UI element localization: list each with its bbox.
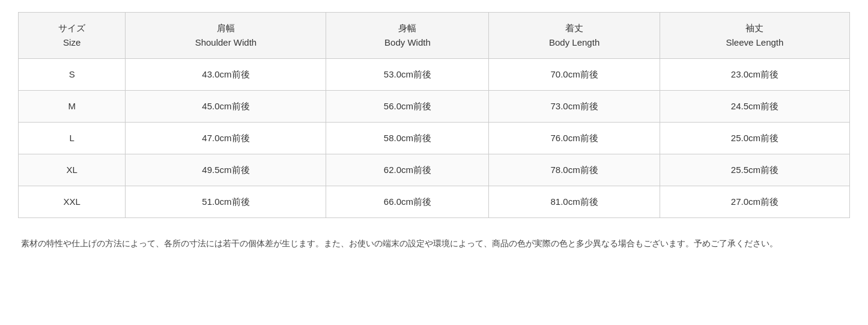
cell-sleeve: 25.5cm前後 <box>660 154 849 186</box>
cell-size: S <box>19 59 126 91</box>
cell-body-length: 76.0cm前後 <box>489 123 660 154</box>
cell-sleeve: 24.5cm前後 <box>660 91 849 123</box>
cell-size: XXL <box>19 186 126 218</box>
header-body-length: 着丈 Body Length <box>489 13 660 59</box>
cell-shoulder: 47.0cm前後 <box>126 123 326 154</box>
cell-body-length: 70.0cm前後 <box>489 59 660 91</box>
cell-sleeve: 25.0cm前後 <box>660 123 849 154</box>
size-chart-table: サイズ Size 肩幅 Shoulder Width 身幅 Body Width… <box>18 12 850 218</box>
table-row: XXL51.0cm前後66.0cm前後81.0cm前後27.0cm前後 <box>19 186 850 218</box>
cell-size: M <box>19 91 126 123</box>
table-row: S43.0cm前後53.0cm前後70.0cm前後23.0cm前後 <box>19 59 850 91</box>
header-size: サイズ Size <box>19 13 126 59</box>
header-shoulder-width: 肩幅 Shoulder Width <box>126 13 326 59</box>
cell-shoulder: 51.0cm前後 <box>126 186 326 218</box>
cell-size: XL <box>19 154 126 186</box>
table-header-row: サイズ Size 肩幅 Shoulder Width 身幅 Body Width… <box>19 13 850 59</box>
header-body-width: 身幅 Body Width <box>326 13 489 59</box>
cell-body-length: 81.0cm前後 <box>489 186 660 218</box>
footnote-text: 素材の特性や仕上げの方法によって、各所の寸法には若干の個体差が生じます。また、お… <box>18 236 850 251</box>
table-row: XL49.5cm前後62.0cm前後78.0cm前後25.5cm前後 <box>19 154 850 186</box>
cell-shoulder: 49.5cm前後 <box>126 154 326 186</box>
cell-body-width: 62.0cm前後 <box>326 154 489 186</box>
cell-shoulder: 45.0cm前後 <box>126 91 326 123</box>
cell-sleeve: 27.0cm前後 <box>660 186 849 218</box>
header-sleeve-length: 袖丈 Sleeve Length <box>660 13 849 59</box>
cell-body-width: 66.0cm前後 <box>326 186 489 218</box>
cell-size: L <box>19 123 126 154</box>
cell-body-length: 73.0cm前後 <box>489 91 660 123</box>
cell-body-width: 58.0cm前後 <box>326 123 489 154</box>
cell-body-width: 53.0cm前後 <box>326 59 489 91</box>
table-row: M45.0cm前後56.0cm前後73.0cm前後24.5cm前後 <box>19 91 850 123</box>
table-row: L47.0cm前後58.0cm前後76.0cm前後25.0cm前後 <box>19 123 850 154</box>
cell-shoulder: 43.0cm前後 <box>126 59 326 91</box>
cell-sleeve: 23.0cm前後 <box>660 59 849 91</box>
cell-body-width: 56.0cm前後 <box>326 91 489 123</box>
cell-body-length: 78.0cm前後 <box>489 154 660 186</box>
